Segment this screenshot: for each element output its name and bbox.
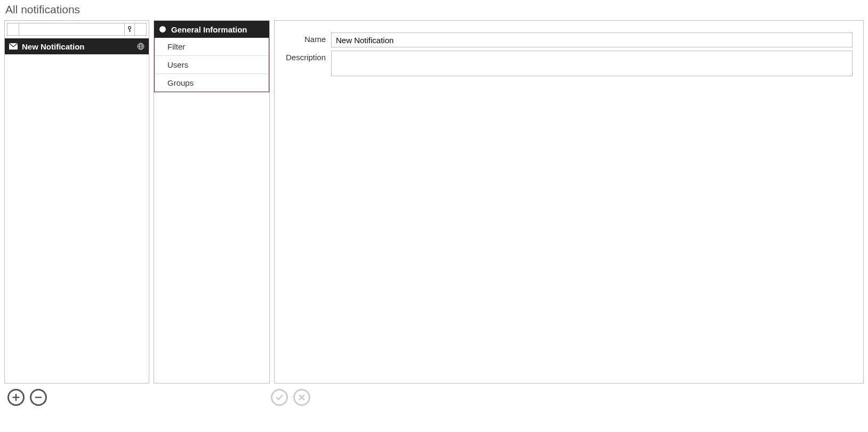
confirm-button bbox=[271, 389, 288, 406]
section-nav-item-users[interactable]: Users bbox=[155, 56, 269, 74]
circle-icon bbox=[159, 26, 166, 32]
notifications-panel: New Notification bbox=[4, 20, 149, 384]
svg-point-0 bbox=[128, 27, 131, 29]
section-nav-header-label: General Information bbox=[171, 25, 247, 34]
notification-item-label: New Notification bbox=[22, 42, 133, 51]
page-title: All notifications bbox=[5, 3, 864, 16]
cancel-button bbox=[293, 389, 310, 406]
name-label: Name bbox=[285, 32, 331, 44]
description-input[interactable] bbox=[331, 51, 853, 76]
bottom-toolbar bbox=[4, 389, 864, 406]
section-nav-item-filter[interactable]: Filter bbox=[155, 38, 269, 56]
description-label: Description bbox=[285, 51, 331, 62]
section-nav-panel: General Information Filter Users Groups bbox=[154, 20, 270, 384]
filter-leading-cell bbox=[7, 23, 19, 36]
section-nav-list: Filter Users Groups bbox=[154, 38, 269, 92]
mail-icon bbox=[9, 43, 18, 50]
notification-list-item[interactable]: New Notification bbox=[5, 38, 149, 54]
filter-trailing-cell bbox=[135, 23, 147, 36]
remove-button[interactable] bbox=[30, 389, 47, 406]
form-panel: Name Description bbox=[274, 20, 864, 384]
name-input[interactable] bbox=[331, 32, 853, 47]
add-button[interactable] bbox=[7, 389, 25, 406]
filter-input[interactable] bbox=[19, 23, 124, 36]
section-nav-item-groups[interactable]: Groups bbox=[155, 74, 269, 92]
section-nav-header[interactable]: General Information bbox=[154, 21, 269, 38]
filter-row bbox=[5, 21, 149, 38]
key-icon[interactable] bbox=[124, 23, 135, 36]
globe-icon bbox=[137, 43, 144, 50]
